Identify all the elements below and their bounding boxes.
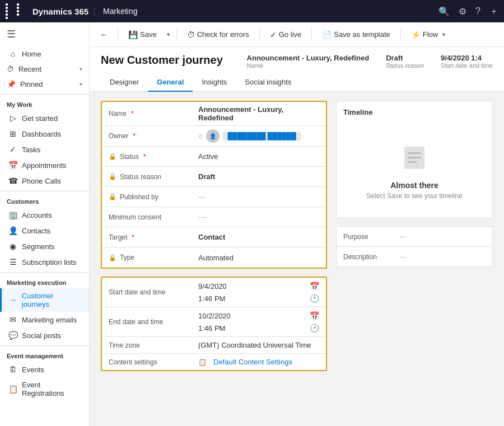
published-by-label-text: Published by: [120, 193, 158, 201]
timezone-val[interactable]: (GMT) Coordinated Universal Time: [198, 341, 319, 349]
sidebar-section-events: Event management: [0, 348, 89, 362]
save-template-button[interactable]: 📄 Save as template: [316, 27, 395, 42]
help-icon[interactable]: ?: [475, 6, 480, 16]
purpose-value[interactable]: ---: [399, 232, 407, 241]
page-header-top: New Customer journey Announcement - Luxu…: [101, 54, 493, 69]
sidebar-pinned-group[interactable]: 📌 Pinned ▾: [0, 77, 89, 92]
sidebar-item-customer-journeys[interactable]: → Customer journeys: [0, 288, 89, 312]
events-icon: 🗓: [8, 365, 17, 374]
app-title: Marketing: [103, 7, 137, 16]
status-value[interactable]: Active: [198, 152, 319, 161]
status-reason-lock: 🔒: [109, 173, 116, 180]
sidebar-item-dashboards[interactable]: ⊞ Dashboards: [0, 126, 89, 142]
description-value[interactable]: ---: [399, 252, 407, 261]
name-value[interactable]: Announcement - Luxury, Redefined: [198, 105, 319, 122]
add-icon[interactable]: ＋: [489, 6, 498, 17]
content-settings-val[interactable]: Default Content Settings: [213, 358, 319, 366]
app-grid-icon[interactable]: [6, 3, 27, 19]
timeline-empty-sub: Select Save to see your timeline: [354, 192, 474, 200]
status-reason-value[interactable]: Draft: [198, 172, 319, 181]
start-time-line: 1:46 PM 🕐: [198, 292, 319, 305]
meta-status: Draft Status reason: [386, 54, 424, 69]
tab-insights[interactable]: Insights: [193, 73, 236, 92]
sidebar-section-customers: Customers: [0, 194, 89, 207]
start-date-calendar-icon[interactable]: 📅: [310, 282, 319, 291]
back-button[interactable]: ←: [95, 27, 113, 42]
form-row-owner: Owner * ○ 👤 ████████ ██████: [102, 126, 326, 147]
marketing-emails-icon: ✉: [8, 315, 17, 324]
customer-journeys-icon: →: [8, 296, 17, 305]
toolbar: ← 💾 Save ▾ ⏱ Check for errors ✓ Go live …: [90, 22, 504, 47]
sidebar-recent-group[interactable]: ⏱ Recent ▾: [0, 62, 89, 77]
sidebar-item-tasks[interactable]: ✓ Tasks: [0, 142, 89, 157]
tab-designer[interactable]: Designer: [101, 73, 148, 92]
sidebar-item-event-registrations[interactable]: 📋 Event Registrations: [0, 377, 89, 401]
start-date-val[interactable]: 9/4/2020: [198, 282, 305, 291]
end-time-clock-icon[interactable]: 🕐: [310, 324, 319, 333]
description-label: Description: [343, 253, 399, 261]
toolbar-div-1: [118, 28, 118, 41]
sidebar-item-events[interactable]: 🗓 Events: [0, 362, 89, 377]
end-date-calendar-icon[interactable]: 📅: [310, 311, 319, 320]
sidebar-customer-journeys-label: Customer journeys: [22, 292, 82, 308]
sidebar-item-subscription-lists[interactable]: ☰ Subscription lists: [0, 254, 89, 270]
form-section-main: Name * Announcement - Luxury, Redefined …: [101, 101, 327, 269]
content-settings-input: 📋 Default Content Settings: [198, 356, 319, 368]
sidebar-segments-label: Segments: [22, 242, 55, 251]
flow-label: Flow: [423, 30, 438, 39]
save-label: Save: [140, 30, 157, 39]
sidebar-item-marketing-emails[interactable]: ✉ Marketing emails: [0, 312, 89, 327]
name-label-text: Name: [109, 110, 127, 118]
content-settings-icon: 📋: [198, 358, 207, 366]
owner-required: *: [133, 132, 136, 140]
owner-name-tag[interactable]: ████████ ██████: [223, 132, 300, 141]
sidebar-section-marketing: Marketing execution: [0, 275, 89, 288]
end-date-val[interactable]: 10/2/2020: [198, 312, 305, 320]
sidebar: ☰ ⌂ Home ⏱ Recent ▾ 📌 Pinned ▾ My Work ▷…: [0, 22, 90, 426]
start-time-clock-icon[interactable]: 🕐: [310, 294, 319, 303]
target-value[interactable]: Contact: [198, 233, 319, 241]
sidebar-recent-label: Recent: [18, 65, 41, 73]
sidebar-pinned-label: Pinned: [20, 80, 43, 88]
tab-general[interactable]: General: [148, 73, 193, 92]
flow-icon: ⚡: [411, 30, 421, 39]
main-layout: ☰ ⌂ Home ⏱ Recent ▾ 📌 Pinned ▾ My Work ▷…: [0, 22, 504, 426]
search-icon[interactable]: 🔍: [438, 6, 450, 17]
form-left: Name * Announcement - Luxury, Redefined …: [101, 101, 327, 417]
status-label-text: Status: [120, 153, 139, 161]
sidebar-item-get-started[interactable]: ▷ Get started: [0, 110, 89, 126]
brand-title[interactable]: Dynamics 365: [32, 7, 95, 16]
settings-icon[interactable]: ⚙: [459, 6, 466, 17]
save-dropdown-icon[interactable]: ▾: [165, 29, 172, 40]
type-value[interactable]: Automated: [198, 254, 319, 262]
end-time-val[interactable]: 1:46 PM: [198, 324, 305, 333]
sidebar-item-appointments[interactable]: 📅 Appointments: [0, 157, 89, 173]
sidebar-item-accounts[interactable]: 🏢 Accounts: [0, 207, 89, 223]
flow-button[interactable]: ⚡ Flow ▾: [405, 26, 453, 43]
meta-status-value: Draft: [386, 54, 424, 62]
minimum-consent-value[interactable]: ---: [198, 213, 319, 221]
go-live-button[interactable]: ✓ Go live: [264, 27, 307, 42]
sidebar-item-phone-calls[interactable]: ☎ Phone Calls: [0, 173, 89, 189]
sidebar-item-home[interactable]: ⌂ Home: [0, 46, 89, 62]
sidebar-item-social-posts[interactable]: 💬 Social posts: [0, 327, 89, 343]
purpose-label: Purpose: [343, 233, 399, 241]
sidebar-item-segments[interactable]: ◉ Segments: [0, 238, 89, 254]
save-template-label: Save as template: [334, 30, 390, 39]
form-right: Timeline Almost there Select Save to see: [336, 101, 493, 417]
page-header: New Customer journey Announcement - Luxu…: [90, 47, 504, 92]
target-label: Target *: [109, 233, 198, 241]
target-label-text: Target: [109, 233, 127, 241]
meta-status-label: Status reason: [386, 62, 424, 69]
tab-social-insights[interactable]: Social insights: [236, 73, 300, 92]
tabs: Designer General Insights Social insight…: [101, 73, 493, 91]
save-icon: 💾: [128, 30, 138, 39]
save-button[interactable]: 💾 Save: [123, 27, 162, 42]
check-errors-button[interactable]: ⏱ Check for errors: [181, 27, 255, 42]
end-date-inputs: 10/2/2020 📅 1:46 PM 🕐: [198, 310, 319, 334]
sidebar-item-contacts[interactable]: 👤 Contacts: [0, 223, 89, 238]
start-time-val[interactable]: 1:46 PM: [198, 294, 305, 303]
toolbar-div-5: [400, 28, 401, 41]
published-lock: 🔒: [109, 193, 116, 200]
sidebar-toggle[interactable]: ☰: [0, 22, 89, 46]
